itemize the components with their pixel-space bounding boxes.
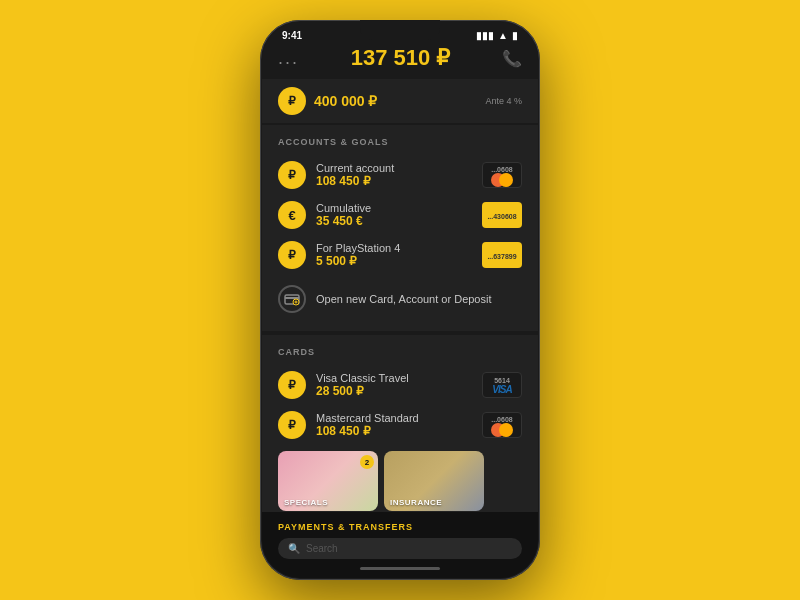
account-name-playstation: For PlayStation 4 (316, 242, 482, 254)
top-banner-rate: Ante 4 % (485, 96, 522, 106)
promo-label-insurance: INSURANCE (384, 494, 448, 511)
top-banner-icon: ₽ (278, 87, 306, 115)
open-card-btn[interactable]: Open new Card, Account or Deposit (262, 275, 538, 323)
mc-card-number-2: ...0608 (491, 416, 512, 423)
card-chip-yellow-1: ...430608 (482, 202, 522, 228)
search-icon: 🔍 (288, 543, 300, 554)
status-icons: ▮▮▮ ▲ ▮ (476, 30, 518, 41)
card-item-visa[interactable]: ₽ Visa Classic Travel 28 500 ₽ 5614 VISA (262, 365, 538, 405)
accounts-section: ACCOUNTS & GOALS ₽ Current account 108 4… (262, 125, 538, 331)
account-amount-cumulative: 35 450 € (316, 214, 482, 228)
top-banner-amount: 400 000 ₽ (314, 93, 378, 109)
card-number-1: ...0608 (491, 166, 512, 173)
header: ... 137 510 ₽ 📞 (262, 41, 538, 79)
cards-section: CARDS ₽ Visa Classic Travel 28 500 ₽ 561… (262, 335, 538, 512)
top-banner-left: ₽ 400 000 ₽ (278, 87, 378, 115)
home-indicator (262, 563, 538, 578)
wifi-icon: ▲ (498, 30, 508, 41)
account-item-playstation[interactable]: ₽ For PlayStation 4 5 500 ₽ ...637899 (262, 235, 538, 275)
card-info-visa: Visa Classic Travel 28 500 ₽ (316, 372, 482, 398)
cards-section-title: CARDS (262, 343, 538, 365)
promo-specials[interactable]: 2 SPECIALS (278, 451, 378, 511)
phone-wrapper: 9:41 ▮▮▮ ▲ ▮ ... 137 510 ₽ 📞 ₽ 400 000 ₽… (260, 20, 540, 580)
search-placeholder-text: Search (306, 543, 338, 554)
card-number-2: ...430608 (487, 213, 516, 220)
account-name-current: Current account (316, 162, 482, 174)
card-number-3: ...637899 (487, 253, 516, 260)
bottom-section: PAYMENTS & TRANSFERS 🔍 Search (262, 512, 538, 563)
scroll-content[interactable]: ₽ 400 000 ₽ Ante 4 % ACCOUNTS & GOALS ₽ … (262, 79, 538, 512)
home-bar (360, 567, 440, 570)
card-chip-yellow-2: ...637899 (482, 242, 522, 268)
card-amount-mastercard: 108 450 ₽ (316, 424, 482, 438)
mc-circles-2 (491, 423, 513, 437)
promo-insurance[interactable]: INSURANCE (384, 451, 484, 511)
signal-icon: ▮▮▮ (476, 30, 494, 41)
card-name-visa: Visa Classic Travel (316, 372, 482, 384)
account-icon-euro: € (278, 201, 306, 229)
menu-dots[interactable]: ... (278, 48, 299, 69)
account-info-cumulative: Cumulative 35 450 € (316, 202, 482, 228)
account-name-cumulative: Cumulative (316, 202, 482, 214)
account-amount-playstation: 5 500 ₽ (316, 254, 482, 268)
account-icon-ruble-1: ₽ (278, 161, 306, 189)
card-icon-ruble-4: ₽ (278, 411, 306, 439)
card-chip-mastercard-2: ...0608 (482, 412, 522, 438)
promo-label-specials: SPECIALS (278, 494, 334, 511)
card-item-mastercard[interactable]: ₽ Mastercard Standard 108 450 ₽ ...0608 (262, 405, 538, 445)
account-item-current[interactable]: ₽ Current account 108 450 ₽ ...0608 (262, 155, 538, 195)
card-amount-visa: 28 500 ₽ (316, 384, 482, 398)
account-amount-current: 108 450 ₽ (316, 174, 482, 188)
header-balance: 137 510 ₽ (351, 45, 451, 71)
notch (360, 20, 440, 40)
mc-circles-1 (491, 173, 513, 187)
visa-card-number: 5614 (494, 377, 510, 384)
battery-icon: ▮ (512, 30, 518, 41)
phone-screen: 9:41 ▮▮▮ ▲ ▮ ... 137 510 ₽ 📞 ₽ 400 000 ₽… (262, 22, 538, 578)
card-chip-visa: 5614 VISA (482, 372, 522, 398)
account-info-playstation: For PlayStation 4 5 500 ₽ (316, 242, 482, 268)
promo-badge-specials: 2 (360, 455, 374, 469)
top-banner[interactable]: ₽ 400 000 ₽ Ante 4 % (262, 79, 538, 123)
account-item-cumulative[interactable]: € Cumulative 35 450 € ...430608 (262, 195, 538, 235)
time: 9:41 (282, 30, 302, 41)
promo-container[interactable]: 2 SPECIALS INSURANCE (262, 445, 538, 512)
search-bar[interactable]: 🔍 Search (278, 538, 522, 559)
card-name-mastercard: Mastercard Standard (316, 412, 482, 424)
phone-icon[interactable]: 📞 (502, 49, 522, 68)
card-chip-mastercard-1: ...0608 (482, 162, 522, 188)
open-card-icon (278, 285, 306, 313)
visa-logo: VISA (492, 384, 511, 395)
account-icon-ruble-2: ₽ (278, 241, 306, 269)
open-card-text: Open new Card, Account or Deposit (316, 293, 491, 305)
card-info-mastercard: Mastercard Standard 108 450 ₽ (316, 412, 482, 438)
accounts-section-title: ACCOUNTS & GOALS (262, 133, 538, 155)
bottom-title: PAYMENTS & TRANSFERS (278, 522, 522, 532)
account-info-current: Current account 108 450 ₽ (316, 162, 482, 188)
card-icon-ruble-3: ₽ (278, 371, 306, 399)
